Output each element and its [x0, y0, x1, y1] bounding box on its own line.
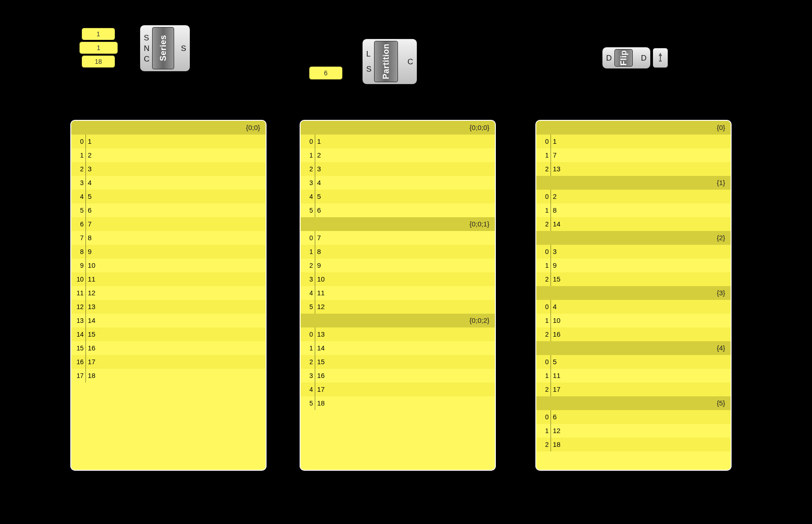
flip-matrix-component[interactable]: D Flip D [602, 47, 651, 69]
panel-data-row: 1718 [71, 369, 266, 383]
series-count-value: 18 [95, 58, 102, 65]
row-index: 0 [536, 300, 551, 314]
row-index: 0 [536, 355, 551, 369]
series-output-body: {0;0}01122334455667788991010111112121313… [71, 121, 266, 470]
flip-output-panel[interactable]: {0}0117213{1}0218214{2}0319215{3}0411021… [535, 120, 732, 471]
series-output-panel[interactable]: {0;0}01122334455667788991010111112121313… [70, 120, 267, 471]
panel-path-row: {0;0;1} [301, 217, 495, 231]
row-value: 4 [86, 176, 91, 190]
row-value: 3 [551, 245, 556, 259]
series-component[interactable]: S N C Series S [140, 25, 190, 72]
series-count-slider[interactable]: 18 [81, 55, 115, 68]
panel-data-row: 417 [301, 383, 495, 396]
series-label: Series [159, 35, 168, 61]
panel-data-row: 217 [536, 383, 731, 396]
row-value: 13 [86, 300, 96, 314]
partition-in-port-s: S [366, 65, 371, 73]
panel-data-row: 03 [536, 245, 731, 259]
panel-path-row: {0;0;0} [301, 121, 495, 135]
row-index: 3 [301, 272, 315, 286]
panel-path-row: {0} [536, 121, 731, 135]
row-index: 0 [301, 327, 315, 341]
row-value: 1 [315, 135, 321, 148]
row-value: 2 [86, 148, 91, 162]
row-value: 14 [551, 217, 561, 231]
panel-data-row: 19 [536, 259, 731, 272]
panel-data-row: 01 [71, 135, 266, 148]
row-value: 7 [551, 148, 556, 162]
partition-size-value: 6 [324, 69, 328, 77]
panel-data-row: 1617 [71, 355, 266, 369]
row-index: 5 [71, 203, 86, 217]
panel-data-row: 04 [536, 300, 731, 314]
panel-data-row: 1314 [71, 314, 266, 327]
row-index: 9 [71, 259, 86, 272]
row-index: 3 [71, 176, 86, 190]
row-index: 0 [301, 135, 315, 148]
row-value: 16 [551, 327, 561, 341]
row-value: 15 [315, 355, 325, 369]
row-index: 3 [301, 369, 315, 383]
row-value: 18 [86, 369, 96, 383]
row-index: 2 [301, 162, 315, 176]
series-in-port-c: C [144, 55, 149, 63]
row-index: 1 [536, 424, 551, 438]
panel-data-row: 17 [536, 148, 731, 162]
row-index: 2 [71, 162, 86, 176]
partition-output-body: {0;0;0}011223344556{0;0;1}07182931041151… [301, 121, 495, 470]
row-value: 6 [551, 410, 556, 424]
row-index: 2 [536, 438, 551, 451]
series-start-slider[interactable]: 1 [81, 28, 115, 40]
row-value: 9 [86, 245, 91, 259]
partition-size-slider[interactable]: 6 [309, 66, 343, 80]
row-value: 12 [86, 286, 96, 300]
row-index: 4 [301, 190, 315, 203]
flip-label: Flip [619, 50, 629, 66]
row-index: 0 [536, 190, 551, 203]
panel-data-row: 18 [536, 203, 731, 217]
row-index: 17 [71, 369, 86, 383]
row-value: 6 [315, 203, 321, 217]
row-value: 18 [315, 396, 325, 410]
series-step-slider[interactable]: 1 [79, 41, 118, 54]
row-value: 11 [551, 369, 561, 383]
row-value: 10 [86, 259, 96, 272]
row-value: 2 [551, 190, 556, 203]
row-value: 4 [551, 300, 556, 314]
partition-component[interactable]: L S Partition C [362, 39, 417, 85]
wrench-icon [657, 53, 664, 63]
panel-data-row: 111 [536, 369, 731, 383]
panel-data-row: 215 [536, 272, 731, 286]
panel-data-row: 01 [301, 135, 495, 148]
panel-data-row: 218 [536, 438, 731, 451]
row-value: 14 [315, 341, 325, 355]
panel-data-row: 01 [536, 135, 731, 148]
row-index: 1 [71, 148, 86, 162]
panel-data-row: 512 [301, 300, 495, 314]
row-index: 5 [301, 203, 315, 217]
panel-data-row: 56 [301, 203, 495, 217]
row-value: 9 [551, 259, 556, 272]
row-index: 0 [71, 135, 86, 148]
row-index: 2 [536, 383, 551, 396]
panel-data-row: 411 [301, 286, 495, 300]
partition-label: Partition [381, 44, 391, 79]
panel-data-row: 112 [536, 424, 731, 438]
panel-data-row: 1516 [71, 341, 266, 355]
row-index: 7 [71, 231, 86, 245]
panel-path-row: {0;0} [71, 121, 266, 135]
panel-path-row: {4} [536, 341, 731, 355]
panel-data-row: 29 [301, 259, 495, 272]
row-value: 8 [315, 245, 321, 259]
flip-extra-icon[interactable] [653, 48, 668, 68]
row-value: 5 [551, 355, 556, 369]
partition-output-panel[interactable]: {0;0;0}011223344556{0;0;1}07182931041151… [300, 120, 496, 471]
row-index: 2 [301, 355, 315, 369]
panel-data-row: 1415 [71, 327, 266, 341]
panel-data-row: 05 [536, 355, 731, 369]
flip-in-port-d: D [606, 54, 612, 62]
row-value: 8 [551, 203, 556, 217]
row-value: 17 [86, 355, 96, 369]
panel-data-row: 56 [71, 203, 266, 217]
row-index: 10 [71, 272, 86, 286]
